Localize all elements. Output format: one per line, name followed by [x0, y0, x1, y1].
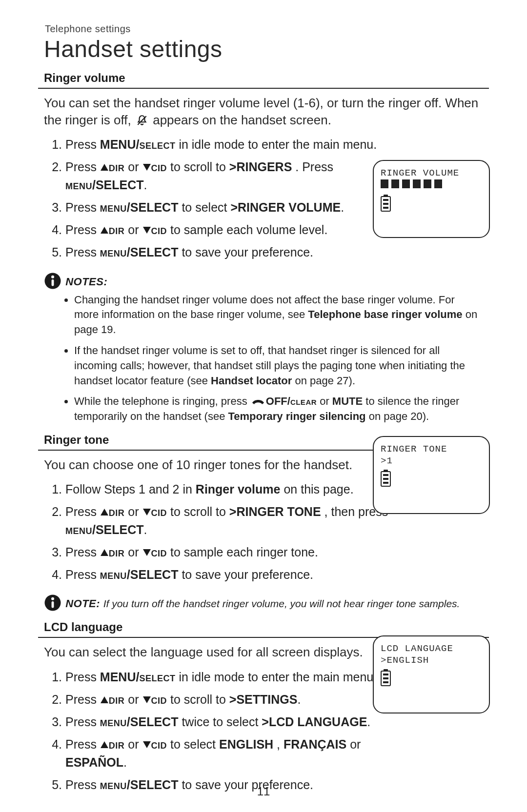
t: dir [109, 737, 125, 751]
t: >SETTINGS [229, 693, 298, 706]
t: , [277, 737, 284, 751]
t: to select [170, 737, 219, 751]
t: OFF/ [266, 395, 290, 407]
arrow-up-icon [101, 509, 108, 515]
page: Telephone settings Handset settings Ring… [0, 0, 527, 812]
t: cid [151, 693, 167, 706]
t: in idle mode to enter the main menu. [179, 670, 377, 684]
t: Press [65, 715, 100, 729]
t: clear [290, 395, 317, 407]
t: twice to select [182, 715, 262, 729]
t: Press [65, 138, 100, 151]
page-title: Handset settings [44, 36, 489, 62]
t: >RINGER TONE [229, 505, 321, 518]
t: or [128, 737, 142, 751]
bell-off-icon [136, 114, 148, 127]
battery-icon [381, 471, 391, 487]
info-icon [44, 594, 61, 612]
note-3: While the telephone is ringing, press OF… [74, 394, 479, 424]
info-icon [44, 272, 61, 290]
section-heading-lcd-language: LCD language [44, 620, 489, 634]
note-single: NOTE: If you turn off the handset ringer… [44, 594, 483, 612]
step-2: Press dir or cid to scroll to >SETTINGS. [65, 691, 391, 708]
step-4: Press dir or cid to sample each volume l… [65, 221, 391, 238]
t: cid [151, 505, 167, 518]
t: cid [151, 737, 167, 751]
t: or [128, 505, 142, 518]
t: MENU/ [100, 138, 140, 151]
t: Press [65, 160, 100, 174]
ringer-volume-intro: You can set the handset ringer volume le… [44, 95, 483, 129]
t: Press [65, 737, 100, 751]
key-cid: cid [151, 223, 167, 237]
battery-icon [381, 196, 391, 212]
t: to sample each volume level. [170, 223, 327, 237]
t: Press [65, 545, 100, 559]
t: or [128, 693, 142, 706]
t: select [139, 138, 175, 151]
key-dir: dir [109, 160, 125, 174]
lcd-preview-ringer-tone: RINGER TONE >1 [373, 436, 490, 514]
t: While the telephone is ringing, press [74, 395, 250, 407]
t: Press [65, 200, 100, 214]
step-4: Press menu/SELECT to save your preferenc… [65, 566, 391, 583]
key-menu-select: MENU/select [100, 670, 179, 684]
notes-label: NOTES: [65, 276, 107, 288]
note-2: If the handset ringer volume is set to o… [74, 343, 479, 388]
key-cid: cid [151, 160, 167, 174]
t: on this page. [284, 482, 353, 496]
t: Handset locator [211, 375, 292, 387]
note-1: Changing the handset ringer volume does … [74, 293, 479, 337]
svg-point-5 [51, 597, 54, 600]
t: . Press [295, 160, 333, 174]
t: on page 20). [369, 410, 429, 422]
t: >LCD LANGUAGE [262, 715, 367, 729]
t: Press [65, 245, 100, 259]
t: or [320, 395, 332, 407]
t: >RINGERS [229, 160, 292, 174]
t: /SELECT [92, 178, 144, 192]
t: or [350, 737, 361, 751]
t: /SELECT [127, 245, 179, 259]
step-5: Press menu/SELECT to save your preferenc… [65, 243, 391, 261]
t: /SELECT [127, 568, 179, 581]
t: menu [100, 245, 127, 259]
t: Follow Steps 1 and 2 in [65, 482, 196, 496]
step-2: Press dir or cid to scroll to >RINGER TO… [65, 503, 391, 538]
note-label: NOTE: [65, 597, 103, 610]
t: MUTE [332, 395, 363, 407]
note-text: If you turn off the handset ringer volum… [103, 598, 460, 609]
svg-rect-6 [52, 601, 54, 608]
t: menu [65, 523, 92, 536]
t: Press [65, 568, 100, 581]
t: ENGLISH [219, 737, 273, 751]
lcd-line-2: >1 [381, 456, 482, 466]
t: to sample each ringer tone. [170, 545, 318, 559]
battery-icon [381, 671, 391, 686]
t: Ringer volume [196, 482, 281, 496]
t: /SELECT [92, 523, 144, 536]
lcd-line-1: LCD LANGUAGE [381, 643, 482, 654]
t: Press [65, 670, 100, 684]
arrow-down-icon [143, 549, 151, 556]
key-menu-select: MENU/select [100, 138, 179, 151]
lcd-line-2: >ENGLISH [381, 655, 482, 666]
arrow-down-icon [143, 741, 151, 748]
lcd-line-1: RINGER VOLUME [381, 168, 482, 178]
t: or [128, 223, 142, 237]
arrow-up-icon [101, 227, 108, 234]
ringer-tone-steps: Follow Steps 1 and 2 in Ringer volume on… [41, 480, 391, 583]
t: menu [100, 568, 127, 581]
lcd-preview-lcd-language: LCD LANGUAGE >ENGLISH [373, 635, 490, 713]
t: /SELECT [127, 715, 179, 729]
ringer-volume-steps: Press MENU/select in idle mode to enter … [41, 136, 391, 261]
lcd-line-1: RINGER TONE [381, 444, 482, 455]
notes-list: Changing the handset ringer volume does … [63, 293, 479, 424]
step-2: Press dir or cid to scroll to >RINGERS .… [65, 158, 391, 194]
intro-text-tail: appears on the handset screen. [153, 113, 331, 127]
notes-heading: NOTES: [44, 272, 483, 290]
arrow-down-icon [143, 164, 151, 171]
arrow-down-icon [143, 509, 151, 515]
t: FRANÇAIS [284, 737, 346, 751]
t: dir [109, 545, 125, 559]
